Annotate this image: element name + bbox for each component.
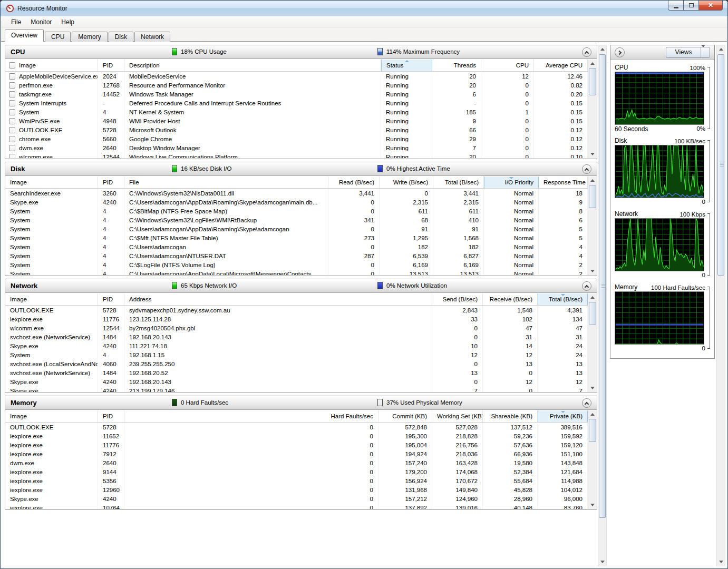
column-header-write-b-sec[interactable]: Write (B/sec)	[380, 176, 433, 188]
collapse-button[interactable]	[582, 47, 591, 57]
maximize-button[interactable]	[684, 1, 698, 11]
column-header-response-time[interactable]: Response Time ...	[539, 176, 588, 188]
scroll-up-button[interactable]	[588, 410, 597, 418]
tab-disk[interactable]: Disk	[109, 32, 133, 42]
table-row[interactable]: Skype.exe42400157,212124,96028,96096,000	[5, 495, 588, 504]
close-button[interactable]: ✕	[698, 1, 723, 11]
tab-memory[interactable]: Memory	[72, 32, 107, 42]
main-vertical-scrollbar[interactable]	[598, 45, 607, 566]
row-checkbox[interactable]	[9, 145, 15, 151]
panel-vertical-scrollbar[interactable]	[716, 45, 725, 566]
column-header-image[interactable]: Image	[5, 176, 98, 188]
table-row[interactable]: chrome.exe5660Google ChromeRunning2900.1…	[5, 135, 588, 144]
column-header-average-cpu[interactable]: Average CPU	[534, 60, 588, 71]
column-header-file[interactable]: File	[124, 176, 328, 188]
table-row[interactable]: System4C:\Windows\System32\LogFiles\WMI\…	[5, 216, 588, 225]
table-scrollbar[interactable]	[588, 176, 597, 275]
table-row[interactable]: iexplore.exe116520195,300218,82859,23615…	[5, 432, 588, 441]
scroll-up-button[interactable]	[588, 176, 597, 184]
table-scrollbar[interactable]	[588, 60, 597, 158]
column-header-hard-faults-sec[interactable]: Hard Faults/sec	[124, 410, 378, 422]
column-header-pid[interactable]: PID	[98, 60, 124, 71]
tab-overview[interactable]: Overview	[5, 30, 44, 42]
table-row[interactable]: Skype.exe4240192.168.20.14301212	[5, 378, 588, 387]
table-row[interactable]: System4C:\$BitMap (NTFS Free Space Map)0…	[5, 207, 588, 216]
table-row[interactable]: svchost.exe (NetworkService)1484192.168.…	[5, 369, 588, 378]
scroll-up-button[interactable]	[588, 293, 597, 301]
menu-item-file[interactable]: File	[6, 17, 26, 27]
table-row[interactable]: WmiPrvSE.exe4948WMI Provider HostRunning…	[5, 117, 588, 126]
table-row[interactable]: OUTLOOK.EXE57280572,848527,028137,512389…	[5, 423, 588, 432]
column-header-commit-kb[interactable]: Commit (KB)	[378, 410, 432, 422]
column-header-pid[interactable]: PID	[98, 293, 124, 305]
column-header-image[interactable]: Image	[5, 410, 98, 422]
scrollbar-thumb[interactable]	[589, 302, 596, 325]
table-row[interactable]: Skype.exe4240111.221.74.18101424	[5, 342, 588, 351]
column-header-address[interactable]: Address	[124, 293, 432, 305]
column-header-receive-b-sec[interactable]: Receive (B/sec)	[483, 293, 538, 305]
table-row[interactable]: iexplore.exe11776123.125.114.2833102134	[5, 315, 588, 324]
scroll-up-button[interactable]	[717, 45, 725, 53]
column-header-pid[interactable]: PID	[98, 410, 124, 422]
expand-panel-button[interactable]	[615, 47, 625, 57]
table-row[interactable]: iexplore.exe107640137,892139,01640,14883…	[5, 504, 588, 509]
table-row[interactable]: OUTLOOK.EXE5728sydvmapexchp01.sydney.ssw…	[5, 306, 588, 315]
row-checkbox[interactable]	[9, 136, 15, 142]
table-row[interactable]: System4C:\Users\adamcogan\NTUSER.DAT2876…	[5, 252, 588, 261]
column-header-send-b-sec[interactable]: Send (B/sec)	[432, 293, 483, 305]
column-header-description[interactable]: Description	[124, 60, 381, 71]
scroll-down-button[interactable]	[588, 501, 597, 509]
row-checkbox[interactable]	[9, 118, 15, 124]
table-row[interactable]: System4C:\Users\adamcogan\AppData\Roamin…	[5, 225, 588, 234]
row-checkbox[interactable]	[9, 100, 15, 106]
column-header-image[interactable]: Image	[5, 293, 98, 305]
table-row[interactable]: System4C:\$Mft (NTFS Master File Table)2…	[5, 234, 588, 243]
scroll-down-button[interactable]	[717, 558, 725, 566]
table-row[interactable]: OUTLOOK.EXE5728Microsoft OutlookRunning6…	[5, 126, 588, 135]
scrollbar-thumb[interactable]	[717, 54, 724, 276]
table-scrollbar[interactable]	[588, 293, 597, 392]
scrollbar-thumb[interactable]	[589, 185, 596, 208]
column-header-image[interactable]: Image	[5, 60, 98, 71]
table-row[interactable]: svchost.exe (NetworkService)1484192.168.…	[5, 333, 588, 342]
tab-cpu[interactable]: CPU	[45, 32, 71, 42]
table-row[interactable]: svchost.exe (LocalServiceAndNo...4060239…	[5, 360, 588, 369]
column-header-read-b-sec[interactable]: Read (B/sec)	[328, 176, 380, 188]
tab-network[interactable]: Network	[134, 32, 170, 42]
menu-item-monitor[interactable]: Monitor	[26, 17, 56, 27]
scrollbar-thumb[interactable]	[589, 68, 596, 95]
column-header-private-kb[interactable]: Private (KB)	[538, 410, 588, 422]
table-row[interactable]: System Interrupts-Deferred Procedure Cal…	[5, 99, 588, 108]
column-header-cpu[interactable]: CPU	[481, 60, 534, 71]
views-dropdown-arrow[interactable]	[701, 47, 710, 57]
table-row[interactable]: wlcomm.exe12544by2msg4020504.phx.gbl0474…	[5, 324, 588, 333]
table-row[interactable]: Skype.exe4240C:\Users\adamcogan\AppData\…	[5, 198, 588, 207]
scroll-down-button[interactable]	[588, 384, 597, 392]
collapse-button[interactable]	[582, 164, 591, 174]
table-row[interactable]: iexplore.exe117760195,004216,75657,63615…	[5, 441, 588, 450]
table-row[interactable]: System4NT Kernel & SystemRunning18510.15	[5, 108, 588, 117]
table-row[interactable]: iexplore.exe53560156,924170,67255,684114…	[5, 477, 588, 486]
column-header-total-b-sec[interactable]: Total (B/sec)	[433, 176, 484, 188]
table-row[interactable]: Skype.exe4240213.199.179.146707	[5, 387, 588, 392]
row-checkbox[interactable]	[9, 82, 15, 89]
column-header-shareable-kb[interactable]: Shareable (KB)	[483, 410, 538, 422]
collapse-button[interactable]	[582, 398, 591, 408]
table-row[interactable]: perfmon.exe12768Resource and Performance…	[5, 81, 588, 90]
row-checkbox[interactable]	[9, 127, 15, 133]
column-header-i-o-priority[interactable]: I/O Priority	[484, 176, 539, 188]
scroll-up-button[interactable]	[598, 45, 606, 53]
table-row[interactable]: dwm.exe2640Desktop Window ManagerRunning…	[5, 144, 588, 153]
column-header-working-set-kb[interactable]: Working Set (KB)	[432, 410, 483, 422]
scroll-down-button[interactable]	[588, 150, 597, 158]
scroll-up-button[interactable]	[588, 60, 597, 67]
row-checkbox[interactable]	[9, 109, 15, 115]
collapse-button[interactable]	[582, 281, 591, 291]
table-row[interactable]: taskmgr.exe14452Windows Task ManagerRunn…	[5, 90, 588, 99]
scroll-down-button[interactable]	[588, 267, 597, 275]
minimize-button[interactable]	[668, 1, 684, 11]
table-row[interactable]: AppleMobileDeviceService.exe2024MobileDe…	[5, 72, 588, 81]
table-row[interactable]: iexplore.exe79120194,924218,03666,936151…	[5, 450, 588, 459]
row-checkbox[interactable]	[9, 91, 15, 97]
table-row[interactable]: dwm.exe26400157,240163,42819,580143,848	[5, 459, 588, 468]
